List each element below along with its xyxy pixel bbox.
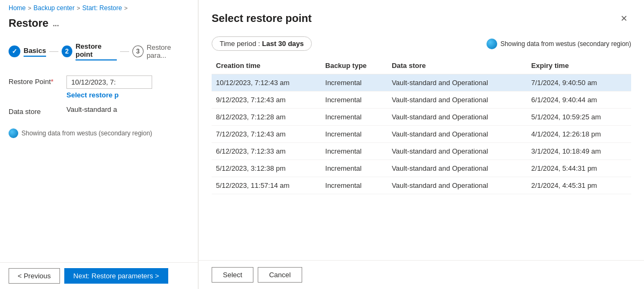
page-title: Restore bbox=[9, 17, 48, 29]
wizard-steps: ✓ Basics 2 Restore point 3 Restore para.… bbox=[0, 38, 198, 69]
restore-point-row: Restore Point* 10/12/2023, 7: Select res… bbox=[9, 75, 189, 99]
step-restore-params: 3 Restore para... bbox=[132, 43, 189, 59]
step-restore-circle: 2 bbox=[62, 45, 72, 57]
breadcrumb-sep1: > bbox=[28, 5, 31, 11]
globe-info: Showing data from westus (secondary regi… bbox=[9, 128, 189, 138]
cell-data_store-0: Vault-standard and Operational bbox=[387, 74, 527, 92]
restore-point-input[interactable]: 10/12/2023, 7: bbox=[66, 75, 152, 89]
data-store-value: Vault-standard a bbox=[66, 105, 117, 113]
cell-backup_type-6: Incremental bbox=[321, 177, 387, 194]
previous-button[interactable]: < Previous bbox=[9, 268, 60, 284]
breadcrumb-sep3: > bbox=[124, 5, 128, 11]
select-restore-link[interactable]: Select restore p bbox=[66, 91, 152, 99]
cell-backup_type-1: Incremental bbox=[321, 92, 387, 109]
breadcrumb: Home > Backup center > Start: Restore > bbox=[0, 0, 198, 15]
cell-creation_time-1: 9/12/2023, 7:12:43 am bbox=[212, 92, 321, 109]
table-row[interactable]: 9/12/2023, 7:12:43 amIncrementalVault-st… bbox=[212, 92, 631, 109]
cell-expiry_time-1: 6/1/2024, 9:40:44 am bbox=[527, 92, 631, 109]
right-panel: Select restore point ✕ Time period : Las… bbox=[198, 0, 644, 289]
breadcrumb-start-restore[interactable]: Start: Restore bbox=[83, 4, 122, 12]
time-period-value: Last 30 days bbox=[262, 40, 304, 48]
cell-backup_type-0: Incremental bbox=[321, 74, 387, 92]
data-store-row: Data store Vault-standard a bbox=[9, 105, 189, 116]
step-basics-label: Basics bbox=[24, 47, 46, 57]
step-connector-1 bbox=[49, 51, 58, 52]
globe-info-text: Showing data from westus (secondary regi… bbox=[21, 130, 152, 137]
cell-backup_type-2: Incremental bbox=[321, 109, 387, 126]
left-panel: Home > Backup center > Start: Restore > … bbox=[0, 0, 198, 289]
modal-title: Select restore point bbox=[212, 12, 312, 25]
cell-data_store-3: Vault-standard and Operational bbox=[387, 126, 527, 143]
table-row[interactable]: 7/12/2023, 7:12:43 amIncrementalVault-st… bbox=[212, 126, 631, 143]
cell-data_store-5: Vault-standard and Operational bbox=[387, 160, 527, 177]
cell-creation_time-5: 5/12/2023, 3:12:38 pm bbox=[212, 160, 321, 177]
required-marker: * bbox=[51, 78, 54, 86]
next-button[interactable]: Next: Restore parameters > bbox=[64, 268, 168, 284]
globe-region-icon bbox=[486, 39, 497, 49]
cell-creation_time-3: 7/12/2023, 7:12:43 am bbox=[212, 126, 321, 143]
cell-backup_type-4: Incremental bbox=[321, 143, 387, 160]
step-params-circle: 3 bbox=[132, 45, 143, 57]
cell-expiry_time-6: 2/1/2024, 4:45:31 pm bbox=[527, 177, 631, 194]
data-store-label: Data store bbox=[9, 105, 62, 116]
globe-icon-left bbox=[9, 128, 18, 138]
table-row[interactable]: 6/12/2023, 7:12:33 amIncrementalVault-st… bbox=[212, 143, 631, 160]
bottom-bar: < Previous Next: Restore parameters > bbox=[0, 262, 198, 289]
col-expiry-time: Expiry time bbox=[527, 57, 631, 74]
col-creation-time: Creation time bbox=[212, 57, 321, 74]
modal-footer: Select Cancel bbox=[199, 260, 644, 289]
cell-creation_time-4: 6/12/2023, 7:12:33 am bbox=[212, 143, 321, 160]
cell-expiry_time-3: 4/1/2024, 12:26:18 pm bbox=[527, 126, 631, 143]
breadcrumb-sep2: > bbox=[77, 5, 80, 11]
step-basics: ✓ Basics bbox=[9, 45, 46, 57]
cell-data_store-6: Vault-standard and Operational bbox=[387, 177, 527, 194]
restore-points-table: Creation time Backup type Data store Exp… bbox=[212, 57, 631, 194]
cell-expiry_time-4: 3/1/2024, 10:18:49 am bbox=[527, 143, 631, 160]
step-basics-circle: ✓ bbox=[9, 45, 20, 57]
breadcrumb-backup-center[interactable]: Backup center bbox=[33, 4, 74, 12]
step-params-label: Restore para... bbox=[147, 43, 189, 59]
cell-expiry_time-0: 7/1/2024, 9:40:50 am bbox=[527, 74, 631, 92]
cell-backup_type-3: Incremental bbox=[321, 126, 387, 143]
globe-region-text: Showing data from westus (secondary regi… bbox=[500, 40, 631, 48]
cell-creation_time-6: 5/12/2023, 11:57:14 am bbox=[212, 177, 321, 194]
table-row[interactable]: 5/12/2023, 11:57:14 amIncrementalVault-s… bbox=[212, 177, 631, 194]
cell-expiry_time-5: 2/1/2024, 5:44:31 pm bbox=[527, 160, 631, 177]
time-period-button[interactable]: Time period : Last 30 days bbox=[212, 36, 312, 51]
close-button[interactable]: ✕ bbox=[616, 11, 631, 26]
col-data-store: Data store bbox=[387, 57, 527, 74]
modal-header: Select restore point ✕ bbox=[199, 0, 644, 32]
table-row[interactable]: 8/12/2023, 7:12:28 amIncrementalVault-st… bbox=[212, 109, 631, 126]
restore-point-label: Restore Point* bbox=[9, 75, 62, 86]
col-backup-type: Backup type bbox=[321, 57, 387, 74]
table-row[interactable]: 5/12/2023, 3:12:38 pmIncrementalVault-st… bbox=[212, 160, 631, 177]
time-period-prefix: Time period : bbox=[220, 40, 262, 48]
globe-region: Showing data from westus (secondary regi… bbox=[486, 39, 631, 49]
cell-data_store-2: Vault-standard and Operational bbox=[387, 109, 527, 126]
cell-data_store-4: Vault-standard and Operational bbox=[387, 143, 527, 160]
cell-expiry_time-2: 5/1/2024, 10:59:25 am bbox=[527, 109, 631, 126]
form-area: Restore Point* 10/12/2023, 7: Select res… bbox=[0, 69, 198, 289]
step-connector-2 bbox=[120, 51, 129, 52]
breadcrumb-home[interactable]: Home bbox=[9, 4, 26, 12]
data-table: Creation time Backup type Data store Exp… bbox=[199, 57, 644, 260]
step-restore-label: Restore point bbox=[76, 42, 117, 60]
step-restore-point: 2 Restore point bbox=[62, 42, 117, 60]
table-row[interactable]: 10/12/2023, 7:12:43 amIncrementalVault-s… bbox=[212, 74, 631, 92]
modal-toolbar: Time period : Last 30 days Showing data … bbox=[199, 32, 644, 57]
table-body: 10/12/2023, 7:12:43 amIncrementalVault-s… bbox=[212, 74, 631, 194]
select-button[interactable]: Select bbox=[212, 267, 253, 283]
cell-data_store-1: Vault-standard and Operational bbox=[387, 92, 527, 109]
cell-creation_time-0: 10/12/2023, 7:12:43 am bbox=[212, 74, 321, 92]
cancel-button[interactable]: Cancel bbox=[258, 267, 302, 283]
page-options-icon[interactable]: ... bbox=[53, 19, 59, 28]
cell-backup_type-5: Incremental bbox=[321, 160, 387, 177]
table-header-row: Creation time Backup type Data store Exp… bbox=[212, 57, 631, 74]
cell-creation_time-2: 8/12/2023, 7:12:28 am bbox=[212, 109, 321, 126]
page-title-area: Restore ... bbox=[0, 15, 198, 38]
